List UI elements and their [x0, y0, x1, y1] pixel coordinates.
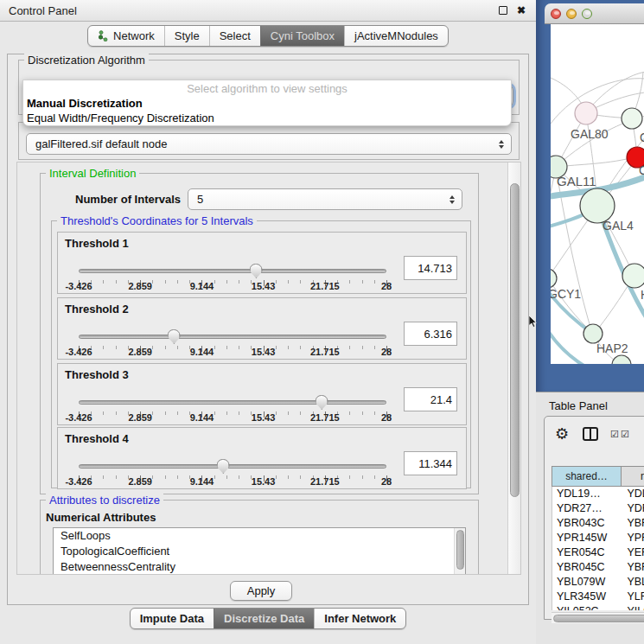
- control-panel: Control Panel ✖ Network Style Select Cyn…: [0, 0, 536, 644]
- mouse-cursor: [529, 316, 538, 328]
- column-layout-icon[interactable]: [583, 427, 598, 441]
- number-of-intervals-select[interactable]: 5: [188, 188, 462, 210]
- slider-tick-labels: -3.4262.8599.14415.4321.71528: [79, 476, 386, 487]
- network-node[interactable]: [583, 324, 603, 343]
- network-node[interactable]: [622, 264, 644, 288]
- column-header-name[interactable]: na: [622, 466, 644, 487]
- tab-discretize-data[interactable]: Discretize Data: [214, 609, 314, 628]
- node-label: GAL80: [571, 127, 609, 141]
- settings-scrollbar-thumb[interactable]: [510, 183, 520, 497]
- thresholds-group: Threshold's Coordinates for 5 Intervals …: [51, 220, 471, 488]
- numerical-attributes-list[interactable]: SelfLoops TopologicalCoefficient Between…: [53, 527, 466, 575]
- interval-definition-group: Interval Definition Number of Intervals …: [40, 173, 479, 494]
- column-header-shared-name[interactable]: shared…: [552, 466, 622, 487]
- node-label: GAL11: [557, 174, 596, 188]
- threshold-1-value-field[interactable]: 14.713: [404, 256, 457, 280]
- discretization-algorithm-label: Discretization Algorithm: [24, 54, 149, 67]
- slider-track[interactable]: [79, 269, 386, 273]
- threshold-3-value-field[interactable]: 21.4: [404, 387, 457, 411]
- tab-network[interactable]: Network: [88, 26, 164, 46]
- node-label: GAL4: [603, 219, 634, 233]
- checkbox-icon[interactable]: ☑: [621, 429, 629, 440]
- network-nodes[interactable]: [551, 102, 644, 364]
- settings-scroll-area: Interval Definition Number of Intervals …: [16, 162, 521, 575]
- table-data-select[interactable]: galFiltered.sif default node: [26, 133, 512, 155]
- gear-icon[interactable]: ⚙: [555, 424, 569, 443]
- threshold-1-box: Threshold 1 -3.4262.8599.14415.4321.7152…: [57, 232, 467, 294]
- slider-track[interactable]: [79, 335, 386, 339]
- checkbox-icon[interactable]: ☑: [610, 429, 619, 440]
- table-row[interactable]: YPR145WYPR1: [552, 531, 644, 545]
- table-row[interactable]: YDR27…YDR2: [552, 501, 644, 516]
- node-label: GCY1: [551, 287, 581, 301]
- table-header-row: shared… na: [552, 466, 644, 487]
- table-scrollbar-thumb[interactable]: [553, 615, 644, 622]
- threshold-1-label: Threshold 1: [65, 237, 129, 250]
- list-item[interactable]: TopologicalCoefficient: [54, 544, 465, 559]
- tab-style[interactable]: Style: [164, 26, 209, 46]
- threshold-4-box: Threshold 4 -3.4262.8599.14415.4321.7152…: [57, 427, 467, 489]
- slider-tick-labels: -3.4262.8599.14415.4321.71528: [79, 347, 386, 357]
- threshold-2-slider[interactable]: [79, 329, 386, 345]
- slider-thumb[interactable]: [250, 264, 263, 278]
- list-scrollbar-thumb[interactable]: [456, 530, 464, 570]
- table-row[interactable]: YBR043CYBR0: [552, 516, 644, 531]
- panel-title: Control Panel: [9, 0, 77, 22]
- attributes-group-label: Attributes to discretize: [46, 494, 163, 507]
- zoom-traffic-light-icon[interactable]: [582, 9, 592, 19]
- list-item[interactable]: BetweennessCentrality: [54, 559, 465, 575]
- table-row[interactable]: YLR345WYLR3: [552, 590, 644, 604]
- slider-track[interactable]: [79, 400, 386, 405]
- close-icon[interactable]: ✖: [517, 5, 526, 16]
- network-canvas[interactable]: GAL80 GA C GAL11 GAL4 GCY1 H HAP2: [551, 24, 644, 364]
- network-graph[interactable]: GAL80 GA C GAL11 GAL4 GCY1 H HAP2: [551, 24, 644, 364]
- threshold-4-slider[interactable]: [79, 459, 386, 475]
- list-scrollbar[interactable]: [454, 528, 465, 575]
- tab-cyni-toolbox[interactable]: Cyni Toolbox: [260, 26, 344, 46]
- list-item[interactable]: SelfLoops: [54, 528, 465, 544]
- table-row[interactable]: YBR045CYBR0: [552, 560, 644, 575]
- slider-thumb[interactable]: [168, 329, 181, 344]
- tab-select[interactable]: Select: [209, 26, 260, 46]
- cytoscape-desktop: GAL80 GA C GAL11 GAL4 GCY1 H HAP2: [536, 0, 644, 392]
- attributes-group: Attributes to discretize Numerical Attri…: [40, 500, 479, 575]
- tab-jactivemnodules[interactable]: jActiveMNodules: [344, 26, 448, 46]
- apply-button[interactable]: Apply: [230, 581, 292, 601]
- table-data-value: galFiltered.sif default node: [35, 134, 167, 155]
- close-traffic-light-icon[interactable]: [551, 9, 561, 19]
- table-row[interactable]: YDL19…YDL1: [552, 487, 644, 501]
- network-node[interactable]: [580, 188, 615, 223]
- network-node[interactable]: [575, 102, 597, 124]
- node-label: HAP2: [596, 341, 628, 355]
- algorithm-option-equal-width[interactable]: Equal Width/Frequency Discretization: [27, 112, 214, 124]
- table-row[interactable]: YIL052CYIL0: [552, 604, 644, 610]
- algorithm-placeholder: Select algorithm to view settings: [23, 82, 511, 95]
- table-row[interactable]: YBL079WYBL0: [552, 575, 644, 590]
- threshold-1-slider[interactable]: [79, 264, 386, 279]
- tab-impute-data[interactable]: Impute Data: [131, 609, 214, 628]
- slider-thumb[interactable]: [217, 459, 230, 474]
- table-body[interactable]: YDL19…YDL1 YDR27…YDR2 YBR043CYBR0 YPR145…: [552, 487, 644, 610]
- threshold-3-slider[interactable]: [79, 395, 386, 411]
- table-panel: ⚙ ☑ ☑ shared… na YDL19…YDL1 YDR27…YDR2 Y…: [544, 416, 644, 620]
- algorithm-option-manual[interactable]: Manual Discretization: [27, 97, 143, 110]
- float-window-icon[interactable]: [499, 6, 507, 15]
- slider-track[interactable]: [79, 464, 386, 469]
- table-panel-region: Table Panel ⚙ ☑ ☑ shared… na YDL19…YDL1 …: [536, 392, 644, 644]
- slider-thumb[interactable]: [316, 395, 328, 410]
- network-node[interactable]: [551, 269, 557, 288]
- network-node[interactable]: [612, 355, 631, 364]
- minimize-traffic-light-icon[interactable]: [566, 9, 577, 19]
- discretization-algorithm-group: Discretization Algorithm Select algorith…: [18, 60, 520, 115]
- node-label: C: [639, 163, 644, 177]
- threshold-4-label: Threshold 4: [65, 432, 129, 445]
- network-window-titlebar[interactable]: [545, 3, 644, 24]
- table-horizontal-scrollbar[interactable]: [552, 612, 644, 623]
- top-tab-bar: Network Style Select Cyni Toolbox jActiv…: [0, 25, 536, 47]
- settings-scrollbar[interactable]: [507, 163, 520, 574]
- threshold-4-value-field[interactable]: 11.344: [404, 451, 457, 475]
- threshold-2-value-field[interactable]: 6.316: [404, 322, 457, 346]
- table-row[interactable]: YER054CYER0: [552, 545, 644, 560]
- network-node[interactable]: [622, 108, 642, 129]
- tab-infer-network[interactable]: Infer Network: [314, 609, 405, 628]
